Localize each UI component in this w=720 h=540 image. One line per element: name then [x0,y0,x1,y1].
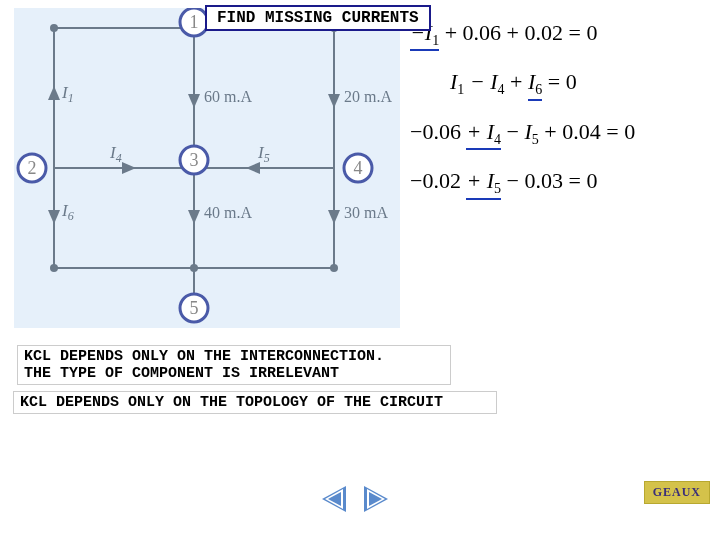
svg-text:4: 4 [354,158,363,178]
title-box: FIND MISSING CURRENTS [205,5,431,31]
note-line: KCL DEPENDS ONLY ON THE TOPOLOGY OF THE … [20,394,443,411]
svg-text:20 m.A: 20 m.A [344,88,392,105]
svg-text:60 m.A: 60 m.A [204,88,252,105]
next-button[interactable] [364,486,388,512]
equation-3: −0.06 + I4 − I5 + 0.04 = 0 [410,119,710,150]
node-3: 3 [180,146,208,174]
prev-button[interactable] [322,486,346,512]
svg-marker-20 [188,94,200,108]
note-topology: KCL DEPENDS ONLY ON THE TOPOLOGY OF THE … [14,392,496,413]
page-title: FIND MISSING CURRENTS [217,9,419,27]
svg-text:1: 1 [190,12,199,32]
circuit-diagram: I1 60 m.A 20 m.A I4 I5 I6 40 m.A 30 mA 1… [14,8,400,328]
svg-text:I4: I4 [109,143,122,165]
svg-marker-22 [122,162,136,174]
svg-text:30 mA: 30 mA [344,204,388,221]
svg-marker-25 [188,210,200,224]
equation-4: −0.02 + I5 − 0.03 = 0 [410,168,710,199]
svg-point-18 [190,264,198,272]
svg-text:I1: I1 [61,83,74,105]
note-line: THE TYPE OF COMPONENT IS IRRELEVANT [24,365,444,382]
note-line: KCL DEPENDS ONLY ON THE INTERCONNECTION. [24,348,444,365]
geaux-logo: GEAUX [644,481,710,504]
logo-text: GEAUX [653,485,701,499]
equation-2: I1 − I4 + I6 = 0 [450,69,710,100]
equation-1: −I1 + 0.06 + 0.02 = 0 [410,20,710,51]
svg-text:40 m.A: 40 m.A [204,204,252,221]
node-1: 1 [180,8,208,36]
svg-text:I5: I5 [257,143,270,165]
svg-text:2: 2 [28,158,37,178]
svg-marker-23 [246,162,260,174]
svg-marker-24 [48,210,60,224]
svg-marker-26 [328,210,340,224]
node-2: 2 [18,154,46,182]
note-interconnection: KCL DEPENDS ONLY ON THE INTERCONNECTION.… [18,346,450,384]
svg-marker-21 [328,94,340,108]
node-4: 4 [344,154,372,182]
svg-text:5: 5 [190,298,199,318]
equation-area: −I1 + 0.06 + 0.02 = 0 I1 − I4 + I6 = 0 −… [410,20,710,218]
svg-point-17 [330,264,338,272]
node-5: 5 [180,294,208,322]
svg-point-16 [50,264,58,272]
svg-text:3: 3 [190,150,199,170]
svg-marker-19 [48,86,60,100]
svg-point-13 [50,24,58,32]
svg-text:I6: I6 [61,201,74,223]
